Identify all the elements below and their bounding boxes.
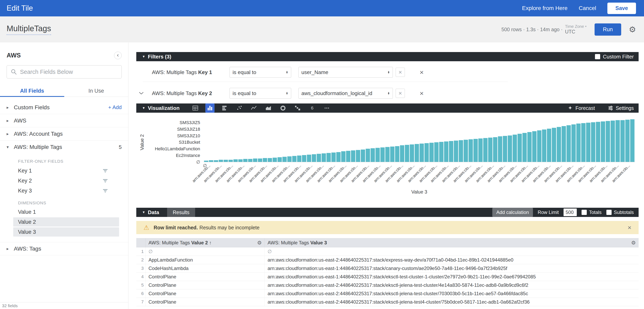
row-limit-input[interactable] <box>564 208 577 216</box>
cell-value2[interactable]: ControlPlane <box>146 272 265 281</box>
query-bar: MultipleTags 500 rows · 1.3s · 14m ago ·… <box>0 16 644 42</box>
collapse-caret-icon[interactable]: ▼ <box>142 106 145 110</box>
filter-toggle-icon[interactable] <box>102 168 108 174</box>
settings-sliders-icon <box>608 105 614 111</box>
clear-filter-value-button[interactable]: × <box>396 89 405 98</box>
custom-filter-checkbox[interactable] <box>595 54 600 59</box>
sidebar-item-custom-fields[interactable]: ▸ Custom Fields + Add <box>0 101 128 114</box>
results-table: AWS: Multiple TagsValue 2↑ ⚙ AWS: Multip… <box>136 238 638 306</box>
sidebar-field-key-3[interactable]: Key 3 <box>0 186 128 196</box>
sidebar-item-aws[interactable]: ▸ AWS <box>0 114 128 127</box>
filter-only-fields-list: Key 1Key 2Key 3 <box>0 166 128 196</box>
filter-value-select[interactable]: user_Name▲▼ <box>298 67 393 78</box>
viz-type-waterfall-icon[interactable] <box>293 104 302 113</box>
viz-settings-button[interactable]: Settings <box>608 105 634 111</box>
view-name: AWS <box>6 52 21 59</box>
close-banner-icon[interactable]: × <box>628 224 632 231</box>
tab-in-use[interactable]: In Use <box>64 85 128 97</box>
filter-operator-select[interactable]: is equal to▲▼ <box>230 88 291 99</box>
cell-value3[interactable]: arn:aws:cloudformation:us-east-1:4486402… <box>265 272 638 281</box>
search-icon <box>10 68 17 75</box>
svg-text:6: 6 <box>311 105 314 110</box>
cell-value2[interactable]: ControlPlane <box>146 298 265 306</box>
totals-checkbox[interactable] <box>582 210 587 215</box>
sidebar-field-value-2[interactable]: Value 2 <box>13 217 119 226</box>
gear-icon[interactable]: ⚙ <box>629 25 636 34</box>
cancel-link[interactable]: Cancel <box>579 5 596 12</box>
timezone-value: UTC <box>565 29 575 34</box>
cell-value3[interactable]: arn:aws:cloudformation:us-east-2:4486402… <box>265 256 638 264</box>
sidebar-item-aws-tags[interactable]: ▸ AWS: Tags <box>0 242 128 255</box>
filter-operator-select[interactable]: is equal to▲▼ <box>230 67 291 78</box>
search-input[interactable] <box>20 69 118 75</box>
sidebar-field-value-3[interactable]: Value 3 <box>13 227 119 236</box>
remove-filter-button[interactable]: × <box>420 90 424 97</box>
subtotals-checkbox[interactable] <box>606 210 612 215</box>
cell-value2[interactable]: ControlPlane <box>146 281 265 289</box>
totals-toggle[interactable]: Totals <box>582 210 602 215</box>
custom-filter-toggle[interactable]: Custom Filter <box>595 54 634 60</box>
forecast-button[interactable]: Forecast <box>567 105 595 111</box>
tile-title[interactable]: MultipleTags <box>6 24 51 35</box>
visualization-panel: ▼ Visualization 6 Forecast Settings Valu… <box>136 104 638 208</box>
filter-toggle-icon[interactable] <box>102 178 108 184</box>
filter-toggle-icon[interactable] <box>102 188 108 194</box>
field-label: Key 3 <box>18 188 32 194</box>
column-gear-icon[interactable]: ⚙ <box>257 240 262 246</box>
chevron-right-icon: ▸ <box>6 246 14 251</box>
collapse-caret-icon[interactable]: ▼ <box>142 55 145 58</box>
page-title: Edit Tile <box>6 4 33 12</box>
viz-type-table-icon[interactable] <box>191 104 200 113</box>
cell-value3[interactable]: arn:aws:cloudformation:us-east-2:4486402… <box>265 298 638 306</box>
data-controls: Add calculation Row Limit Totals Subtota… <box>492 208 634 217</box>
add-calculation-button[interactable]: Add calculation <box>492 208 533 217</box>
cell-value2[interactable]: ControlPlane <box>146 290 265 298</box>
data-header-bar[interactable]: ▼ Data Results Add calculation Row Limit… <box>136 208 638 217</box>
explore-from-here-link[interactable]: Explore from Here <box>522 5 568 12</box>
svg-text:S31Bucket: S31Bucket <box>179 140 200 145</box>
run-button[interactable]: Run <box>594 24 622 36</box>
filter-expand-chevron-icon[interactable] <box>139 92 147 95</box>
save-button[interactable]: Save <box>608 2 636 14</box>
data-tab[interactable]: Data <box>148 209 159 216</box>
table-row: 7ControlPlanearn:aws:cloudformation:us-e… <box>136 298 638 306</box>
sidebar-field-key-2[interactable]: Key 2 <box>0 176 128 186</box>
sidebar-field-value-1[interactable]: Value 1 <box>13 207 119 216</box>
viz-type-donut-icon[interactable] <box>278 104 288 113</box>
filters-header-bar[interactable]: ▼ Filters (3) Custom Filter <box>136 52 638 61</box>
timezone-selector[interactable]: Time Zone▾ UTC <box>565 24 586 34</box>
subtotals-toggle[interactable]: Subtotals <box>606 210 634 215</box>
filter-value-select[interactable]: aws_cloudformation_logical_id▲▼ <box>298 88 393 99</box>
sidebar-item-aws-multiple-tags[interactable]: ▾ AWS: Multiple Tags 5 <box>0 140 128 154</box>
table-row: 4ControlPlanearn:aws:cloudformation:us-e… <box>136 272 638 281</box>
cell-value3[interactable]: ∅ <box>265 247 638 256</box>
add-custom-field-button[interactable]: + Add <box>108 104 122 110</box>
cell-value3[interactable]: arn:aws:cloudformation:us-east-2:4486402… <box>265 290 638 298</box>
visualization-header-bar[interactable]: ▼ Visualization 6 Forecast Settings <box>136 104 638 113</box>
collapse-caret-icon[interactable]: ▼ <box>142 210 145 214</box>
visualization-title: Visualization <box>148 105 180 111</box>
viz-type-more-icon[interactable] <box>322 104 332 113</box>
cell-value2[interactable]: AppLambdaFunction <box>146 256 265 264</box>
column-gear-icon[interactable]: ⚙ <box>631 240 636 246</box>
clear-filter-value-button[interactable]: × <box>396 68 405 77</box>
sidebar-field-key-1[interactable]: Key 1 <box>0 166 128 176</box>
viz-type-column-icon[interactable] <box>205 104 214 113</box>
column-header-value2[interactable]: AWS: Multiple TagsValue 2↑ ⚙ <box>146 238 265 247</box>
viz-type-line-icon[interactable] <box>249 104 258 113</box>
viz-type-bar-icon[interactable] <box>220 104 229 113</box>
column-header-value3[interactable]: AWS: Multiple TagsValue 3 ⚙ <box>265 238 638 247</box>
viz-type-scatter-icon[interactable] <box>234 104 244 113</box>
tab-all-fields[interactable]: All Fields <box>0 85 64 97</box>
collapse-sidebar-button[interactable]: ‹ <box>114 52 122 59</box>
viz-type-area-icon[interactable] <box>264 104 273 113</box>
results-tab[interactable]: Results <box>167 208 195 217</box>
warning-icon: ⚠ <box>144 224 149 231</box>
cell-value3[interactable]: arn:aws:cloudformation:us-east-2:4486402… <box>265 281 638 289</box>
cell-value2[interactable]: CodeHashLambda <box>146 264 265 272</box>
viz-type-single-icon[interactable]: 6 <box>308 104 317 113</box>
cell-value2[interactable]: ∅ <box>146 247 265 256</box>
sidebar-item-aws-account-tags[interactable]: ▸ AWS: Account Tags <box>0 127 128 140</box>
cell-value3[interactable]: arn:aws:cloudformation:us-east-1:4486402… <box>265 264 638 272</box>
remove-filter-button[interactable]: × <box>420 68 424 76</box>
